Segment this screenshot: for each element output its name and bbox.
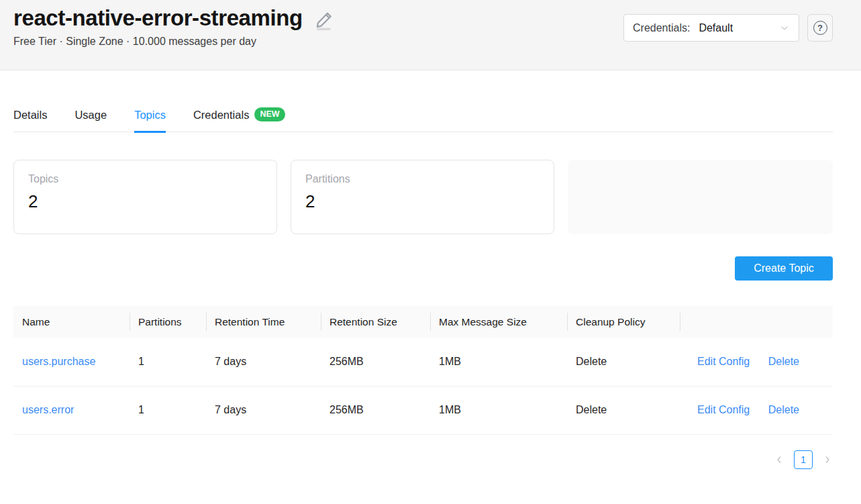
stat-topics-value: 2 (28, 191, 262, 212)
stat-partitions-value: 2 (305, 191, 540, 212)
cell-retention-time: 7 days (206, 338, 321, 386)
table-row-users-error: users.error 1 7 days 256MB 1MB Delete Ed… (13, 386, 833, 434)
create-topic-button[interactable]: Create Topic (735, 256, 833, 281)
stat-partitions-label: Partitions (305, 173, 540, 185)
cluster-subtitle: Free Tier · Single Zone · 10.000 message… (13, 36, 335, 48)
stat-card-topics: Topics 2 (13, 160, 277, 234)
cluster-header-right: Credentials: Default ? (623, 14, 833, 42)
tab-credentials-label: Credentials (193, 109, 249, 121)
stat-card-empty (568, 160, 833, 234)
tab-details-label: Details (13, 109, 47, 121)
tab-usage[interactable]: Usage (74, 109, 107, 133)
prev-page-icon[interactable] (774, 454, 784, 465)
delete-topic-link[interactable]: Delete (768, 356, 799, 367)
cell-max-message-size: 1MB (430, 338, 567, 386)
topics-table-header: Name Partitions Retention Time Retention… (13, 306, 833, 338)
tab-usage-label: Usage (74, 109, 107, 121)
column-header-max-message-size: Max Message Size (430, 306, 567, 338)
page-title: react-native-error-streaming (13, 5, 303, 31)
cluster-header-left: react-native-error-streaming Free Tier ·… (13, 5, 335, 48)
tab-details[interactable]: Details (13, 109, 47, 133)
topics-table: Name Partitions Retention Time Retention… (13, 306, 833, 435)
credentials-dropdown[interactable]: Credentials: Default (623, 14, 799, 42)
tab-credentials[interactable]: Credentials NEW (193, 109, 285, 133)
cluster-header: react-native-error-streaming Free Tier ·… (0, 0, 861, 70)
cell-retention-size: 256MB (321, 338, 430, 386)
edit-config-link[interactable]: Edit Config (697, 404, 750, 415)
column-header-name: Name (13, 306, 130, 338)
column-header-cleanup-policy: Cleanup Policy (567, 306, 680, 338)
actions-row: Create Topic (13, 256, 833, 281)
edit-config-link[interactable]: Edit Config (697, 356, 750, 367)
stat-topics-label: Topics (28, 173, 262, 185)
current-page[interactable]: 1 (794, 450, 813, 469)
tab-bar: Details Usage Topics Credentials NEW (13, 109, 833, 132)
tab-topics-label: Topics (134, 109, 166, 121)
cell-retention-time: 7 days (206, 386, 321, 434)
stat-card-partitions: Partitions 2 (291, 160, 554, 234)
topic-name-link[interactable]: users.error (22, 404, 74, 415)
next-page-icon[interactable] (822, 454, 833, 465)
new-badge: NEW (254, 107, 285, 121)
credentials-dropdown-value: Default (699, 22, 733, 34)
column-header-actions (680, 306, 833, 338)
topic-name-link[interactable]: users.purchase (22, 356, 95, 367)
help-button[interactable]: ? (807, 14, 833, 42)
column-header-retention-size: Retention Size (321, 306, 430, 338)
edit-title-pencil-icon[interactable] (313, 9, 335, 31)
cell-cleanup-policy: Delete (567, 338, 680, 386)
delete-topic-link[interactable]: Delete (768, 404, 799, 415)
cell-cleanup-policy: Delete (567, 386, 680, 434)
stats-row: Topics 2 Partitions 2 (13, 160, 833, 234)
chevron-down-icon (779, 23, 790, 34)
cell-partitions: 1 (130, 338, 206, 386)
tab-topics[interactable]: Topics (134, 109, 166, 133)
column-header-partitions: Partitions (130, 306, 206, 338)
cell-max-message-size: 1MB (430, 386, 567, 434)
cell-retention-size: 256MB (321, 386, 430, 434)
pagination: 1 (13, 450, 833, 469)
table-row-users-purchase: users.purchase 1 7 days 256MB 1MB Delete… (13, 338, 833, 386)
column-header-retention-time: Retention Time (206, 306, 321, 338)
cell-partitions: 1 (130, 386, 206, 434)
main-content: Details Usage Topics Credentials NEW Top… (0, 109, 861, 469)
question-mark-icon: ? (813, 21, 827, 35)
credentials-dropdown-label: Credentials: (633, 22, 690, 34)
